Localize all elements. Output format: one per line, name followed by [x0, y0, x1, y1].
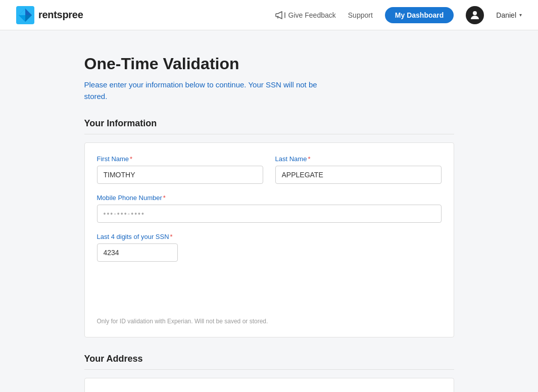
last-name-group: Last Name*	[275, 155, 442, 184]
ssn-input[interactable]	[97, 243, 178, 262]
page-subtitle: Please enter your information below to c…	[84, 79, 327, 102]
avatar	[466, 6, 484, 24]
your-address-heading: Your Address	[84, 354, 454, 370]
phone-label: Mobile Phone Number*	[97, 194, 442, 202]
main-header: rentspree Give Feedback Support My Dashb…	[0, 0, 538, 30]
first-name-input[interactable]	[97, 166, 263, 184]
dashboard-button[interactable]: My Dashboard	[385, 7, 454, 23]
your-information-heading: Your Information	[84, 118, 454, 134]
header-nav: Give Feedback Support My Dashboard Danie…	[275, 6, 522, 24]
feedback-label: Give Feedback	[288, 11, 336, 19]
logo-area: rentspree	[16, 6, 83, 24]
support-link[interactable]: Support	[348, 11, 373, 19]
user-menu[interactable]: Daniel ▾	[496, 11, 522, 19]
first-name-group: First Name*	[97, 155, 263, 184]
last-name-input[interactable]	[275, 166, 442, 184]
ssn-group: Last 4 digits of your SSN*	[97, 233, 442, 314]
phone-row: Mobile Phone Number*	[97, 194, 442, 223]
phone-input[interactable]	[97, 205, 442, 223]
svg-point-8	[473, 11, 477, 15]
feedback-link[interactable]: Give Feedback	[275, 11, 336, 19]
phone-group: Mobile Phone Number*	[97, 194, 442, 223]
user-name: Daniel	[496, 11, 516, 19]
chevron-down-icon: ▾	[519, 12, 522, 18]
last-name-label: Last Name*	[275, 155, 442, 163]
main-content: One-Time Validation Please enter your in…	[72, 30, 466, 392]
your-address-section: Your Address Street Address* Unit Number	[84, 354, 454, 392]
ssn-label: Last 4 digits of your SSN*	[97, 233, 442, 240]
first-name-label: First Name*	[97, 155, 263, 163]
ssn-row: Last 4 digits of your SSN*	[97, 233, 442, 314]
name-row: First Name* Last Name*	[97, 155, 442, 184]
megaphone-icon	[275, 11, 285, 19]
page-title: One-Time Validation	[84, 55, 454, 73]
logo-icon	[16, 6, 34, 24]
logo-text: rentspree	[38, 9, 83, 21]
your-information-section: Your Information First Name* Last Name*	[84, 118, 454, 337]
ssn-hint: Only for ID validation with Experian. Wi…	[97, 318, 442, 325]
